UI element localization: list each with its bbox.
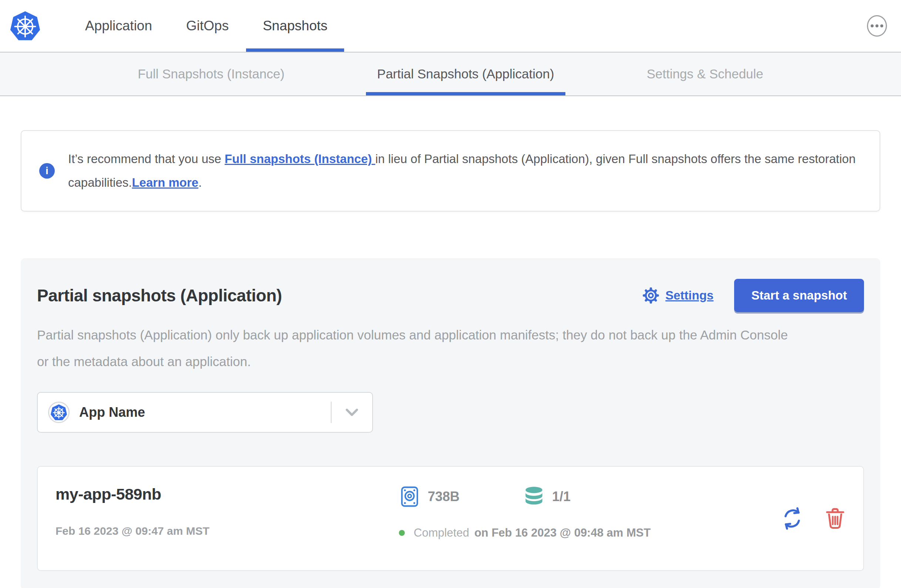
status-label: Completed bbox=[414, 526, 469, 540]
nav-item-application[interactable]: Application bbox=[85, 0, 152, 52]
snapshot-started-timestamp: Feb 16 2023 @ 09:47 am MST bbox=[56, 525, 399, 537]
tab-partial-snapshots[interactable]: Partial Snapshots (Application) bbox=[377, 53, 554, 95]
full-snapshots-link[interactable]: Full snapshots (Instance) bbox=[224, 152, 375, 166]
nav-item-snapshots[interactable]: Snapshots bbox=[263, 0, 327, 52]
settings-link[interactable]: Settings bbox=[642, 287, 713, 304]
banner-text: It’s recommend that you use Full snapsho… bbox=[68, 147, 862, 194]
nav-item-gitops[interactable]: GitOps bbox=[186, 0, 229, 52]
database-icon bbox=[523, 486, 545, 507]
kubernetes-logo-icon bbox=[9, 0, 41, 52]
snapshot-finished-timestamp: on Feb 16 2023 @ 09:48 am MST bbox=[474, 526, 650, 540]
snapshot-status: Completed on Feb 16 2023 @ 09:48 am MST bbox=[399, 525, 780, 541]
info-banner: i It’s recommend that you use Full snaps… bbox=[21, 130, 880, 212]
tab-full-snapshots[interactable]: Full Snapshots (Instance) bbox=[138, 53, 285, 95]
snapshot-volume-count: 1/1 bbox=[552, 489, 571, 504]
status-dot-icon bbox=[399, 530, 405, 536]
app-name-value: App Name bbox=[79, 404, 145, 420]
snapshot-name: my-app-589nb bbox=[56, 485, 399, 503]
snapshot-size-stat: 738B bbox=[399, 486, 460, 507]
delete-snapshot-button[interactable] bbox=[823, 507, 847, 530]
ellipsis-icon bbox=[871, 25, 874, 27]
page-title: Partial snapshots (Application) bbox=[37, 286, 282, 305]
learn-more-link[interactable]: Learn more bbox=[132, 176, 198, 189]
partial-snapshots-card: Partial snapshots (Application) Settings… bbox=[21, 258, 880, 588]
app-name-dropdown[interactable]: App Name bbox=[37, 392, 373, 433]
restore-arrows-icon bbox=[780, 507, 804, 530]
kubernetes-app-icon bbox=[48, 401, 70, 423]
snapshot-row: my-app-589nb Feb 16 2023 @ 09:47 am MST … bbox=[37, 466, 864, 571]
snapshot-size: 738B bbox=[428, 489, 460, 504]
main-nav: Application GitOps Snapshots bbox=[85, 0, 327, 52]
restore-snapshot-button[interactable] bbox=[780, 507, 804, 530]
start-snapshot-button[interactable]: Start a snapshot bbox=[734, 279, 864, 312]
tab-settings-schedule[interactable]: Settings & Schedule bbox=[647, 53, 763, 95]
trash-icon bbox=[823, 507, 847, 530]
card-description: Partial snapshots (Application) only bac… bbox=[37, 322, 792, 375]
disk-icon bbox=[399, 486, 420, 507]
snapshot-volumes-stat: 1/1 bbox=[523, 486, 571, 507]
gear-icon bbox=[642, 287, 659, 304]
snapshots-subnav: Full Snapshots (Instance) Partial Snapsh… bbox=[0, 53, 901, 96]
overflow-menu-button[interactable] bbox=[867, 15, 887, 37]
top-header: Application GitOps Snapshots bbox=[0, 0, 901, 53]
chevron-down-icon bbox=[332, 406, 372, 418]
info-icon: i bbox=[39, 163, 55, 179]
